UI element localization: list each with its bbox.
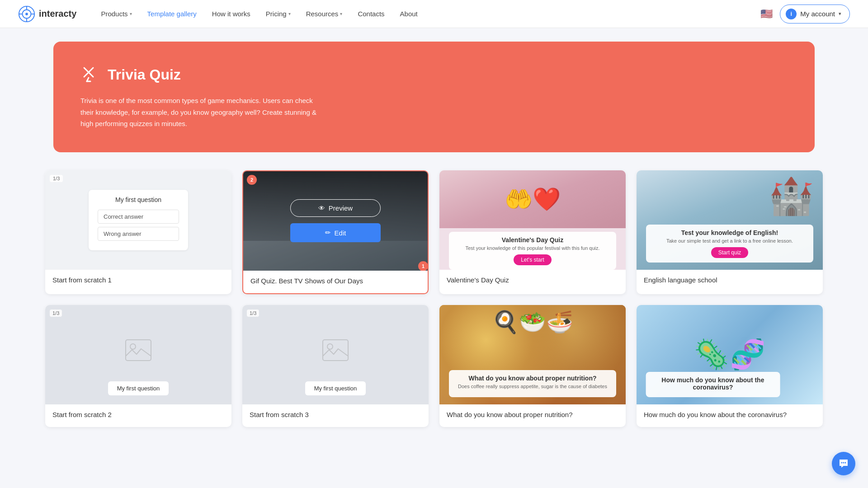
- templates-grid-2: 1/3 My first question Start from scratch…: [45, 305, 823, 427]
- food-preview: 🍳🥗🍜 What do you know about proper nutrit…: [439, 305, 626, 404]
- nav-about[interactable]: About: [394, 6, 424, 21]
- corona-body: How much do you know about the coronavir…: [637, 404, 823, 427]
- templates-section: 1/3 My first question Correct answer Wro…: [45, 170, 823, 427]
- svg-rect-11: [126, 340, 151, 361]
- account-caret: ▾: [839, 11, 841, 17]
- food-card-title: What do you know about proper nutrition?: [456, 375, 609, 382]
- account-info-icon: i: [786, 9, 797, 19]
- scratch1-answer1: Correct answer: [98, 210, 179, 224]
- my-account-button[interactable]: i My account ▾: [780, 5, 850, 23]
- gif-top-badge: 2: [247, 175, 257, 185]
- english-body: English language school: [637, 270, 823, 292]
- hero-section: Trivia Quiz Trivia is one of the most co…: [53, 42, 815, 152]
- scratch2-preview: 1/3 My first question: [45, 305, 231, 404]
- gif-tv-label: Gif Quiz. Best TV Shows of Our Days: [250, 277, 363, 285]
- my-account-label: My account: [800, 10, 835, 18]
- scratch1-inner: My first question Correct answer Wrong a…: [89, 190, 188, 250]
- scratch1-badge: 1/3: [50, 175, 63, 182]
- logo[interactable]: interacty: [18, 5, 76, 23]
- corona-card-title: How much do you know about the coronavir…: [653, 376, 773, 391]
- gif-preview-button[interactable]: 👁 Preview: [290, 199, 381, 217]
- nav-how-it-works[interactable]: How it works: [206, 6, 257, 21]
- valentines-label: Valentine's Day Quiz: [447, 276, 509, 284]
- food-content: What do you know about proper nutrition?…: [449, 370, 617, 397]
- english-card-title: Test your knowledge of English!: [653, 229, 807, 236]
- template-card-valentines[interactable]: 🤲❤️ Valentine's Day Quiz Test your knowl…: [439, 170, 626, 294]
- products-caret: ▾: [130, 11, 132, 16]
- valentines-preview: 🤲❤️ Valentine's Day Quiz Test your knowl…: [439, 170, 626, 270]
- scratch2-question: My first question: [108, 381, 169, 395]
- hero-title: Trivia Quiz: [108, 66, 181, 83]
- svg-point-12: [130, 344, 136, 349]
- scratch3-label: Start from scratch 3: [250, 411, 309, 418]
- nav-contacts[interactable]: Contacts: [351, 6, 391, 21]
- gif-corner-badge: 1: [418, 261, 428, 271]
- pricing-caret: ▾: [288, 11, 291, 16]
- templates-grid: 1/3 My first question Correct answer Wro…: [45, 170, 823, 294]
- scratch3-body: Start from scratch 3: [242, 404, 429, 427]
- template-card-gif-tv[interactable]: 2 👁 Preview ✏ Edit 1 Gif Quiz. Best TV S…: [242, 170, 429, 294]
- english-label: English language school: [644, 276, 717, 284]
- navbar: interacty Products ▾ Template gallery Ho…: [0, 0, 868, 28]
- hero-top: Trivia Quiz: [80, 64, 788, 85]
- svg-point-2: [25, 13, 28, 15]
- nav-products[interactable]: Products ▾: [94, 6, 138, 21]
- hero-description: Trivia is one of the most common types o…: [80, 95, 325, 130]
- scratch2-body: Start from scratch 2: [45, 404, 231, 427]
- food-body: What do you know about proper nutrition?: [439, 404, 626, 427]
- trivia-icon: [80, 64, 101, 85]
- resources-caret: ▾: [340, 11, 342, 16]
- template-card-scratch2[interactable]: 1/3 My first question Start from scratch…: [45, 305, 231, 427]
- scratch3-badge: 1/3: [247, 310, 259, 317]
- scratch3-question: My first question: [305, 381, 366, 395]
- english-preview: 🏰 Test your knowledge of English! Take o…: [637, 170, 823, 270]
- template-card-corona[interactable]: 🦠🧬 How much do you know about the corona…: [637, 305, 823, 427]
- flag-icon[interactable]: 🇺🇸: [760, 8, 773, 20]
- scratch1-label: Start from scratch 1: [52, 276, 112, 284]
- svg-point-14: [327, 344, 333, 349]
- nav-right: 🇺🇸 i My account ▾: [760, 5, 850, 23]
- scratch1-question: My first question: [98, 196, 179, 203]
- gif-edit-button[interactable]: ✏ Edit: [290, 223, 381, 242]
- template-card-food[interactable]: 🍳🥗🍜 What do you know about proper nutrit…: [439, 305, 626, 427]
- nav-template-gallery[interactable]: Template gallery: [141, 6, 203, 21]
- valentines-card-sub: Test your knowledge of this popular fest…: [456, 245, 609, 251]
- svg-rect-13: [323, 340, 348, 361]
- edit-icon: ✏: [325, 229, 331, 237]
- food-card-sub: Does coffee really suppress appetite, su…: [456, 384, 609, 389]
- eye-icon: 👁: [318, 204, 325, 212]
- scratch2-badge: 1/3: [50, 310, 62, 317]
- corona-content: How much do you know about the coronavir…: [646, 372, 780, 397]
- template-card-scratch3[interactable]: 1/3 My first question Start from scratch…: [242, 305, 429, 427]
- placeholder-image-icon: [125, 339, 152, 361]
- scratch1-answer2: Wrong answer: [98, 227, 179, 241]
- valentines-start-button[interactable]: Let's start: [514, 254, 552, 265]
- nav-pricing[interactable]: Pricing ▾: [259, 6, 297, 21]
- nav-links: Products ▾ Template gallery How it works…: [94, 6, 760, 21]
- scratch1-body: Start from scratch 1: [45, 270, 231, 292]
- template-card-english[interactable]: 🏰 Test your knowledge of English! Take o…: [637, 170, 823, 294]
- gif-tv-preview: 2 👁 Preview ✏ Edit 1: [243, 171, 428, 271]
- food-label: What do you know about proper nutrition?: [447, 411, 573, 418]
- gif-tv-body: Gif Quiz. Best TV Shows of Our Days: [243, 271, 428, 293]
- english-card-sub: Take our simple test and get a link to a…: [653, 238, 807, 244]
- corona-preview: 🦠🧬 How much do you know about the corona…: [637, 305, 823, 404]
- valentines-body: Valentine's Day Quiz: [439, 270, 626, 292]
- placeholder-image-icon-2: [322, 339, 349, 361]
- scratch1-preview: 1/3 My first question Correct answer Wro…: [45, 170, 231, 270]
- valentines-card-title: Valentine's Day Quiz: [456, 236, 609, 244]
- english-content: Test your knowledge of English! Take our…: [646, 225, 814, 263]
- gif-hover-overlay: 👁 Preview ✏ Edit: [243, 171, 428, 271]
- logo-text: interacty: [39, 9, 76, 19]
- corona-label: How much do you know about the coronavir…: [644, 411, 787, 418]
- scratch2-label: Start from scratch 2: [52, 411, 112, 418]
- template-card-scratch1[interactable]: 1/3 My first question Correct answer Wro…: [45, 170, 231, 294]
- valentines-content: Valentine's Day Quiz Test your knowledge…: [449, 232, 617, 270]
- english-start-button[interactable]: Start quiz: [711, 247, 749, 258]
- scratch3-preview: 1/3 My first question: [242, 305, 429, 404]
- nav-resources[interactable]: Resources ▾: [300, 6, 349, 21]
